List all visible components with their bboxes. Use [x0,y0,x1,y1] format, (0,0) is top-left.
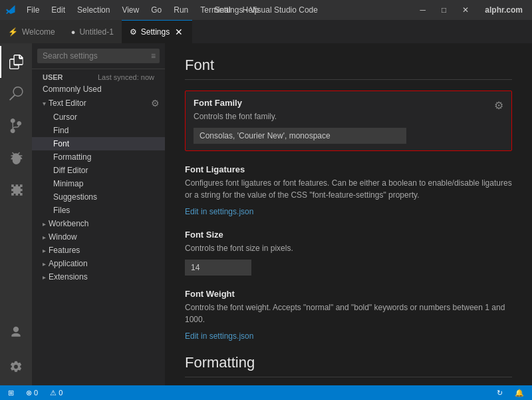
font-family-input[interactable] [194,128,406,144]
activity-bar [0,43,32,385]
minimize-button[interactable]: ─ [416,4,430,16]
application-label: Application [49,259,88,268]
activity-accounts[interactable] [0,316,32,348]
sidebar-item-text-editor[interactable]: ▾ Text Editor ⚙ [32,96,165,110]
activity-extensions[interactable] [0,174,32,206]
sidebar-item-extensions[interactable]: ▸ Extensions [32,270,165,284]
font-section-heading: Font [185,57,512,80]
extensions-label: Extensions [49,272,88,282]
filter-icon: ≡ [151,51,156,61]
tab-welcome[interactable]: ⚡ Welcome [0,20,63,43]
extensions-expand-icon: ▸ [43,274,46,281]
maximize-button[interactable]: □ [438,4,450,16]
errors-status[interactable]: ⊗ 0 [23,389,41,397]
window-title: Settings - Visual Studio Code [214,5,318,15]
menu-selection[interactable]: Selection [72,4,115,16]
warning-count: 0 [59,389,63,397]
status-bar: ⊞ ⊗ 0 ⚠ 0 ↻ 🔔 [0,385,532,400]
error-icon: ⊗ [26,389,32,397]
vscode-logo-icon [5,5,16,15]
text-editor-gear-icon: ⚙ [151,98,160,108]
workbench-expand-icon: ▸ [43,220,46,228]
notifications-status[interactable]: 🔔 [512,389,527,397]
sidebar-item-application[interactable]: ▸ Application [32,257,165,270]
remote-status[interactable]: ⊞ [5,389,17,397]
workbench-label: Workbench [49,219,88,228]
status-right: ↻ 🔔 [494,389,527,397]
font-size-input[interactable] [185,260,251,276]
application-expand-icon: ▸ [43,260,46,268]
font-family-desc: Controls the font family. [194,110,489,122]
font-family-title: Font Family [194,98,489,108]
untitled-tab-label: Untitled-1 [79,27,113,37]
close-button[interactable]: ✕ [458,4,473,16]
diff-editor-label: Diff Editor [53,166,88,175]
font-weight-title: Font Weight [185,289,512,299]
settings-tab-close[interactable]: ✕ [174,27,184,37]
font-family-setting: Font Family Controls the font family. ⚙ [185,91,512,151]
settings-tab-icon: ⚙ [130,27,137,37]
features-expand-icon: ▸ [43,247,46,254]
sidebar-item-minimap[interactable]: Minimap [32,177,165,190]
font-label: Font [53,139,69,148]
font-ligatures-link[interactable]: Edit in settings.json [185,207,253,216]
sidebar-item-find[interactable]: Find [32,124,165,137]
formatting-label: Formatting [53,152,91,162]
sidebar-item-window[interactable]: ▸ Window [32,230,165,244]
tab-settings[interactable]: ⚙ Settings ✕ [122,20,192,43]
font-family-gear-icon[interactable]: ⚙ [494,99,503,112]
search-input[interactable] [37,49,160,63]
warnings-status[interactable]: ⚠ 0 [47,389,65,397]
sidebar-item-font[interactable]: Font [32,137,165,150]
activity-manage[interactable] [0,351,32,383]
commonly-used-label: Commonly Used [43,85,102,94]
sync-status-icon[interactable]: ↻ [494,389,505,397]
activity-search[interactable] [0,78,32,110]
window-label: Window [49,232,77,242]
font-size-title: Font Size [185,230,512,240]
sync-status: Last synced: now [98,73,154,81]
font-weight-link[interactable]: Edit in settings.json [185,331,253,341]
sync-icon: ↻ [497,389,503,397]
font-size-setting: Font Size Controls the font size in pixe… [185,230,512,276]
menu-edit[interactable]: Edit [46,4,70,16]
settings-content: Font Font Family Controls the font famil… [165,43,532,385]
activity-scm[interactable] [0,110,32,142]
features-label: Features [49,246,80,255]
search-box: ≡ [32,43,165,69]
window-expand-icon: ▸ [43,234,46,241]
title-bar-right: ─ □ ✕ alphr.com [416,4,527,16]
activity-explorer[interactable] [0,46,32,78]
welcome-tab-label: Welcome [22,27,55,37]
sidebar-item-files[interactable]: Files [32,204,165,217]
sidebar-item-features[interactable]: ▸ Features [32,244,165,257]
settings-tab-label: Settings [141,27,170,37]
main-area: ≡ User Last synced: now Commonly Used ▾ … [0,43,532,385]
files-label: Files [53,206,70,215]
status-left: ⊞ ⊗ 0 ⚠ 0 [5,389,65,397]
find-label: Find [53,126,68,135]
welcome-tab-icon: ⚡ [8,27,18,37]
sidebar: ≡ User Last synced: now Commonly Used ▾ … [32,43,165,385]
tab-untitled[interactable]: ● Untitled-1 [63,20,122,43]
brand-logo: alphr.com [481,4,527,16]
activity-debug[interactable] [0,142,32,174]
sidebar-item-cursor[interactable]: Cursor [32,110,165,124]
menu-run[interactable]: Run [168,4,194,16]
untitled-tab-icon: ● [71,28,76,36]
title-bar: File Edit Selection View Go Run Terminal… [0,0,532,20]
font-weight-desc: Controls the font weight. Accepts "norma… [185,301,512,325]
remote-icon: ⊞ [8,389,14,397]
menu-view[interactable]: View [116,4,144,16]
font-size-desc: Controls the font size in pixels. [185,242,512,254]
menu-go[interactable]: Go [146,4,167,16]
font-weight-setting: Font Weight Controls the font weight. Ac… [185,289,512,341]
text-editor-expand-icon: ▾ [43,100,46,107]
font-ligatures-setting: Font Ligatures Configures font ligatures… [185,164,512,216]
sidebar-item-suggestions[interactable]: Suggestions [32,190,165,204]
sidebar-item-diff-editor[interactable]: Diff Editor [32,164,165,177]
menu-file[interactable]: File [21,4,45,16]
sidebar-item-formatting[interactable]: Formatting [32,150,165,164]
sidebar-item-commonly-used[interactable]: Commonly Used [32,83,165,96]
sidebar-item-workbench[interactable]: ▸ Workbench [32,217,165,230]
